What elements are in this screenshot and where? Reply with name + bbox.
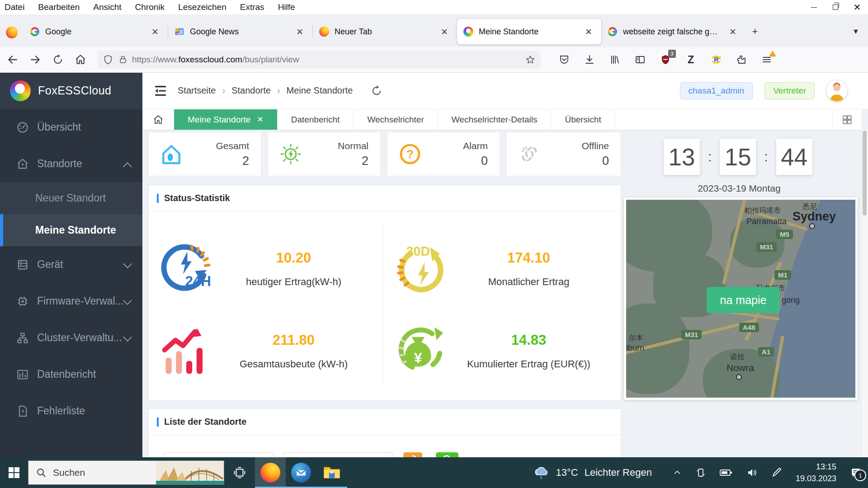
menu-chronik[interactable]: Chronik	[128, 2, 171, 12]
minimize-button[interactable]	[803, 0, 825, 14]
page-scrollbar[interactable]	[861, 130, 868, 457]
new-tab-button[interactable]: +	[745, 19, 764, 44]
breadcrumb-standorte[interactable]: Standorte	[231, 85, 271, 96]
map[interactable]: 帕拉玛塔市 Parramatta 悉尼 Sydney M5 M31 M1 卧龙岗…	[626, 200, 855, 398]
tab-close-icon[interactable]: ✕	[293, 26, 306, 38]
sidebar-item-firmware[interactable]: Firmware-Verwal...	[0, 283, 142, 319]
action-center-button[interactable]: 1	[850, 467, 862, 479]
page-tab-datenbericht[interactable]: Datenbericht	[277, 109, 354, 130]
menu-datei[interactable]: Datei	[0, 2, 31, 12]
brand-name: FoxESSCloud	[38, 84, 112, 97]
forward-button[interactable]	[25, 51, 45, 69]
site-search-input-2[interactable]	[283, 452, 392, 457]
menu-ansicht[interactable]: Ansicht	[86, 2, 128, 12]
sidebar-item-datenbericht[interactable]: Datenbericht	[0, 356, 142, 393]
zotero-button[interactable]: Z	[684, 53, 697, 66]
minimize-icon	[811, 7, 817, 8]
taskbar-firefox[interactable]	[255, 457, 286, 488]
sidebar-item-label: Gerät	[37, 258, 63, 271]
page-tab-uebersicht[interactable]: Übersicht	[551, 109, 615, 130]
start-button[interactable]	[0, 457, 28, 488]
reload-button[interactable]	[48, 51, 68, 69]
pocket-button[interactable]	[558, 53, 571, 66]
tab-close-icon[interactable]: ✕	[582, 26, 595, 38]
menu-bearbeiten[interactable]: Bearbeiten	[31, 2, 86, 12]
list-panel-title: Liste der Standorte	[164, 417, 246, 427]
page-tab-label: Datenbericht	[291, 115, 340, 125]
close-button[interactable]: ✕	[846, 0, 868, 14]
url-bar[interactable]: https://www.foxesscloud.com/bus/plant/vi…	[98, 51, 541, 69]
taskbar-clock[interactable]: 13:15 19.03.2023	[796, 461, 836, 484]
app-menu-button[interactable]	[760, 53, 773, 66]
add-button[interactable]	[403, 452, 422, 457]
breadcrumb-meine-standorte[interactable]: Meine Standorte	[287, 85, 353, 96]
refresh-extension-button[interactable]: R	[710, 53, 722, 66]
page-tab-wechselrichter-details[interactable]: Wechselrichter-Details	[438, 109, 552, 130]
restore-icon	[833, 5, 838, 10]
volume-icon[interactable]	[746, 467, 758, 478]
home-tab-button[interactable]	[142, 109, 174, 130]
sidebar-collapse-icon[interactable]	[153, 84, 168, 98]
svg-text:¥: ¥	[414, 350, 422, 366]
na-mapie-button[interactable]: na mapie	[707, 287, 780, 313]
shield-icon[interactable]	[103, 55, 113, 65]
restore-button[interactable]	[825, 0, 846, 14]
tab-google-news[interactable]: Google News ✕	[168, 19, 312, 44]
tab-webseite[interactable]: webseite zeigt falsche google m ✕	[601, 19, 745, 44]
page-refresh-button[interactable]	[371, 85, 382, 97]
library-button[interactable]	[609, 53, 621, 66]
role-badge[interactable]: Vertreter	[764, 82, 815, 99]
taskbar-thunderbird[interactable]	[286, 457, 316, 488]
ublock-button[interactable]: 3	[659, 53, 672, 66]
sidebar-item-uebersicht[interactable]: Übersicht	[0, 109, 142, 145]
breadcrumb-startseite[interactable]: Startseite	[178, 85, 216, 96]
tab-google[interactable]: Google ✕	[24, 19, 168, 44]
taskbar-weather[interactable]: 13°C Leichter Regen	[533, 465, 652, 480]
back-button[interactable]	[3, 51, 23, 69]
tab-meine-standorte[interactable]: Meine Standorte ✕	[457, 19, 601, 44]
battery-icon[interactable]	[720, 468, 732, 478]
metric-kumulierter-ertrag: ¥ 14.83 Kumulierter Ertrag (EUR(€))	[387, 308, 616, 394]
tab-close-icon[interactable]: ✕	[726, 26, 739, 38]
rotation-lock-icon[interactable]	[695, 467, 706, 478]
taskbar-search[interactable]: Suchen	[28, 460, 224, 485]
downloads-button[interactable]	[583, 53, 596, 66]
sidebar-item-neuer-standort[interactable]: Neuer Standort	[0, 182, 142, 214]
card-label: Offline	[582, 141, 609, 151]
menu-hilfe[interactable]: Hilfe	[271, 2, 302, 12]
tab-close-icon[interactable]: ✕	[438, 26, 451, 38]
task-view-button[interactable]	[224, 457, 255, 488]
sidebar-item-fehlerliste[interactable]: Fehlerliste	[0, 393, 142, 429]
bookmark-star-icon[interactable]	[525, 55, 535, 65]
username-badge[interactable]: chasa1_admin	[680, 82, 753, 99]
sidebar-item-meine-standorte[interactable]: Meine Standorte	[0, 214, 142, 246]
sidebar-item-geraet[interactable]: Gerät	[0, 246, 142, 283]
taskbar-explorer[interactable]	[316, 457, 347, 488]
pen-icon[interactable]	[771, 467, 782, 478]
sidebar-toggle-button[interactable]	[634, 53, 646, 66]
sidebar-item-cluster[interactable]: Cluster-Verwaltu...	[0, 319, 142, 356]
tab-options-button[interactable]	[832, 109, 862, 130]
avatar[interactable]	[826, 80, 847, 101]
sidebar-item-label: Firmware-Verwal...	[37, 295, 124, 307]
page-tab-meine-standorte[interactable]: Meine Standorte ✕	[174, 109, 277, 130]
search-placeholder: Suchen	[53, 467, 85, 478]
page-tab-wechselrichter[interactable]: Wechselrichter	[354, 109, 438, 130]
tab-close-icon[interactable]: ✕	[149, 26, 161, 38]
menu-extras[interactable]: Extras	[233, 2, 271, 12]
tray-chevron-up[interactable]	[673, 468, 682, 477]
lock-icon[interactable]	[118, 55, 127, 65]
menu-lesezeichen[interactable]: Lesezeichen	[171, 2, 233, 12]
list-all-tabs-button[interactable]: ▼	[846, 19, 865, 44]
firefox-view-button[interactable]	[0, 20, 24, 45]
site-search-input-1[interactable]	[164, 452, 274, 457]
scrollbar-thumb[interactable]	[863, 131, 867, 216]
tab-neuer-tab[interactable]: Neuer Tab ✕	[313, 19, 457, 44]
sidebar-item-standorte[interactable]: Standorte	[0, 145, 142, 182]
extensions-button[interactable]	[735, 53, 748, 66]
map-widget[interactable]: 帕拉玛塔市 Parramatta 悉尼 Sydney M5 M31 M1 卧龙岗…	[624, 197, 858, 400]
search-button[interactable]	[436, 452, 458, 457]
sidebar-item-label: Neuer Standort	[35, 192, 106, 204]
home-button[interactable]	[71, 51, 90, 69]
tab-close-icon[interactable]: ✕	[257, 115, 263, 124]
